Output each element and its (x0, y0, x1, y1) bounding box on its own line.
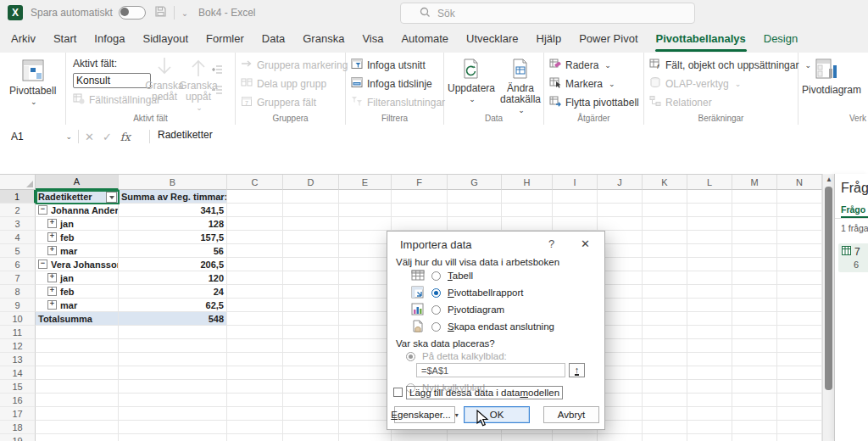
menu-tab-start[interactable]: Start (53, 32, 76, 47)
cell-D7[interactable] (283, 271, 339, 285)
cell-F2[interactable] (392, 204, 448, 217)
cell-L9[interactable] (687, 299, 732, 312)
menu-tab-granska[interactable]: Granska (303, 32, 344, 47)
menu-tab-hj-lp[interactable]: Hjälp (537, 32, 562, 47)
cell-K19[interactable] (643, 434, 687, 441)
column-header-N[interactable]: N (777, 175, 822, 190)
expand-field-icon[interactable] (212, 64, 223, 76)
cell-D16[interactable] (283, 394, 339, 407)
cell-M4[interactable] (732, 231, 777, 244)
active-field-input[interactable] (73, 73, 151, 88)
radio-icon[interactable] (431, 271, 441, 281)
radio-icon[interactable] (431, 322, 441, 332)
row-number-9[interactable]: 9 (0, 299, 36, 312)
cell-D15[interactable] (283, 380, 339, 394)
collapse-icon[interactable]: − (38, 205, 47, 215)
cell-N13[interactable] (777, 353, 822, 366)
cell-A8[interactable]: +feb (36, 285, 119, 299)
dela-upp-grupp-button[interactable]: Dela upp grupp (241, 75, 348, 92)
cell-E12[interactable] (339, 339, 392, 353)
cell-K16[interactable] (643, 394, 687, 407)
scrollbar-thumb[interactable] (825, 187, 832, 390)
row-number-1[interactable]: 1 (0, 190, 36, 204)
cell-C5[interactable] (227, 244, 283, 258)
cell-L3[interactable] (687, 217, 732, 231)
cell-A17[interactable] (36, 407, 119, 421)
cell-M1[interactable] (732, 190, 777, 204)
cell-B8[interactable]: 24 (119, 285, 227, 299)
cell-K17[interactable] (643, 407, 687, 421)
relationer-button[interactable]: Relationer (649, 94, 811, 110)
cell-K8[interactable] (643, 285, 687, 299)
confirm-entry-icon[interactable]: ✓ (103, 131, 112, 143)
cell-J2[interactable] (598, 204, 643, 217)
cell-D3[interactable] (283, 217, 339, 231)
cell-E14[interactable] (339, 366, 392, 380)
cell-K6[interactable] (643, 258, 687, 271)
cell-N5[interactable] (777, 244, 822, 258)
cell-L17[interactable] (687, 407, 732, 421)
cell-M18[interactable] (732, 421, 777, 434)
row-number-2[interactable]: 2 (0, 204, 36, 217)
row-number-4[interactable]: 4 (0, 231, 36, 244)
cell-E19[interactable] (339, 434, 392, 441)
cell-N1[interactable] (777, 190, 822, 204)
cell-N18[interactable] (777, 421, 822, 434)
cell-B5[interactable]: 56 (119, 244, 227, 258)
cancel-button[interactable]: Avbryt (543, 406, 599, 423)
column-header-C[interactable]: C (227, 175, 283, 190)
row-number-11[interactable]: 11 (0, 326, 36, 339)
cell-N2[interactable] (777, 204, 822, 217)
cell-A16[interactable] (36, 394, 119, 407)
name-box[interactable]: A1 ⌄ (7, 128, 77, 145)
cell-D9[interactable] (283, 299, 339, 312)
cell-E4[interactable] (339, 231, 392, 244)
cell-L6[interactable] (687, 258, 732, 271)
cell-E3[interactable] (339, 217, 392, 231)
cell-B18[interactable] (119, 421, 227, 434)
cell-L19[interactable] (687, 434, 732, 441)
cell-N16[interactable] (777, 394, 822, 407)
cell-K9[interactable] (643, 299, 687, 312)
cell-E8[interactable] (339, 285, 392, 299)
cell-L15[interactable] (687, 380, 732, 394)
range-input[interactable]: =$A$1 (416, 363, 565, 377)
cell-M3[interactable] (732, 217, 777, 231)
cell-J3[interactable] (598, 217, 643, 231)
cell-J19[interactable] (598, 434, 643, 441)
cell-E15[interactable] (339, 380, 392, 394)
cell-D11[interactable] (283, 326, 339, 339)
cell-G2[interactable] (448, 204, 502, 217)
cell-E11[interactable] (339, 326, 392, 339)
vertical-scrollbar[interactable]: ▲ (822, 174, 834, 441)
granska-upp-t-button[interactable]: Granska uppåt⌄ (181, 56, 215, 114)
cell-B9[interactable]: 62,5 (119, 299, 227, 312)
cell-M14[interactable] (732, 366, 777, 380)
cell-K10[interactable] (643, 312, 687, 326)
cell-C1[interactable] (227, 190, 283, 204)
cell-M10[interactable] (732, 312, 777, 326)
cell-B3[interactable]: 128 (119, 217, 227, 231)
column-header-L[interactable]: L (687, 175, 732, 190)
cell-F19[interactable] (392, 434, 448, 441)
cell-G1[interactable] (448, 190, 502, 204)
expand-icon[interactable]: + (47, 287, 57, 296)
column-header-M[interactable]: M (732, 175, 777, 190)
infoga-tidslinje-button[interactable]: Infoga tidslinje (351, 75, 445, 92)
cell-N17[interactable] (777, 407, 822, 421)
column-header-G[interactable]: G (448, 175, 502, 190)
cell-D12[interactable] (283, 339, 339, 353)
cell-M5[interactable] (732, 244, 777, 258)
cell-G19[interactable] (448, 434, 502, 441)
cell-D1[interactable] (283, 190, 339, 204)
cell-A2[interactable]: −Johanna Andersson (36, 204, 119, 217)
cell-C14[interactable] (227, 366, 283, 380)
menu-tab-formler[interactable]: Formler (206, 32, 244, 47)
cell-E18[interactable] (339, 421, 392, 434)
cell-D4[interactable] (283, 231, 339, 244)
cell-C15[interactable] (227, 380, 283, 394)
cell-A9[interactable]: +mar (36, 299, 119, 312)
cell-B19[interactable] (119, 434, 227, 441)
cell-A6[interactable]: −Vera Johansson (36, 258, 119, 271)
ok-button[interactable]: OK (464, 406, 530, 423)
